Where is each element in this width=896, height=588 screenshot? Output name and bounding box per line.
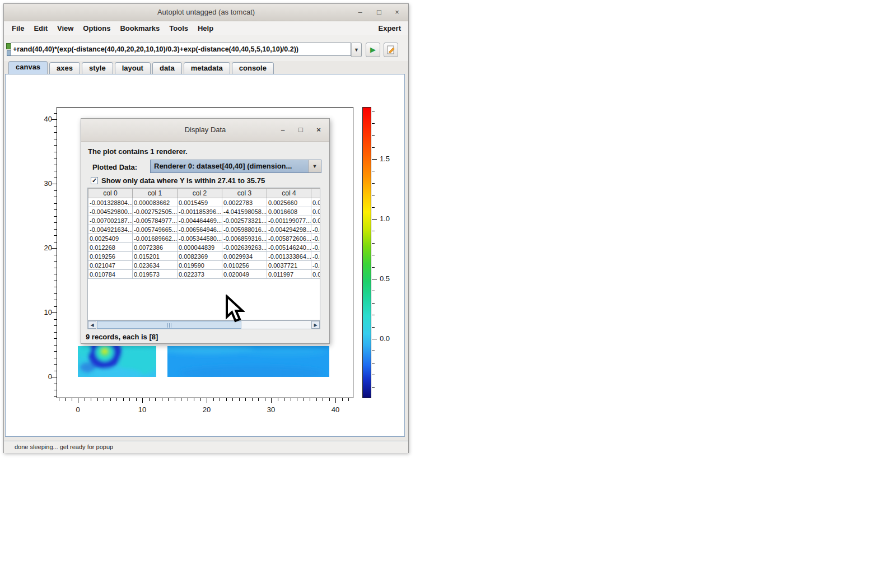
table-cell: -0.0 (311, 261, 321, 270)
data-table: col 0col 1col 2col 3col 4 -0.001328804..… (88, 188, 320, 279)
window-titlebar[interactable]: Autoplot untagged (as tomcat) – □ × (4, 4, 408, 21)
colorbar-tick (372, 207, 375, 208)
window-maximize-icon[interactable]: □ (372, 4, 386, 21)
y-axis-tick (54, 325, 57, 326)
x-axis-tick (323, 398, 323, 401)
table-cell: 0.00 (311, 216, 321, 225)
menu-item-options[interactable]: Options (83, 24, 110, 32)
y-axis-tick (54, 384, 57, 384)
dialog-close-icon[interactable]: × (312, 119, 325, 141)
table-row[interactable]: 0.0025409-0.001689662...-0.005344580...-… (88, 234, 321, 243)
table-cell: -0.001199077... (267, 216, 311, 225)
table-cell: -0.0 (311, 243, 321, 252)
dialog-minimize-icon[interactable]: – (277, 119, 289, 141)
scrollbar-thumb[interactable] (97, 321, 241, 329)
table-row[interactable]: 0.0192560.0152010.00823690.0029934-0.001… (88, 252, 321, 261)
table-cell: 0.0025409 (88, 234, 133, 243)
y-axis-tick (54, 139, 57, 139)
x-axis-label: 10 (133, 405, 151, 414)
x-axis-tick (78, 398, 78, 403)
scroll-left-icon[interactable]: ◀ (88, 321, 96, 329)
x-axis-tick (194, 398, 194, 401)
x-axis-tick (72, 398, 72, 401)
menu-item-bookmarks[interactable]: Bookmarks (120, 24, 160, 32)
colorbar (362, 107, 371, 398)
menu-bar: FileEditViewOptionsBookmarksToolsHelp Ex… (4, 21, 408, 36)
table-cell: 0.0082369 (178, 252, 222, 261)
menu-item-help[interactable]: Help (198, 24, 213, 32)
inspect-uri-button[interactable] (384, 43, 398, 57)
x-axis-tick (123, 398, 124, 401)
tab-style[interactable]: style (82, 62, 113, 74)
y-axis-tick (54, 165, 57, 165)
window-minimize-icon[interactable]: – (353, 4, 367, 21)
uri-input[interactable] (11, 43, 351, 56)
status-bar: done sleeping... get ready for popup (4, 441, 408, 453)
table-row[interactable]: 0.0122680.00723860.000044839-0.002639263… (88, 243, 321, 252)
uri-history-dropdown[interactable]: ▼ (351, 43, 362, 57)
table-row[interactable]: -0.007002187...-0.005784977...-0.0044644… (88, 216, 321, 225)
dialog-titlebar[interactable]: Display Data – □ × (81, 119, 329, 142)
tab-console[interactable]: console (232, 62, 274, 74)
mouse-cursor-icon (225, 295, 245, 326)
scroll-right-icon[interactable]: ▶ (311, 321, 320, 329)
filter-checkbox[interactable]: ✓ (91, 177, 98, 184)
y-axis-tick (54, 190, 57, 191)
menu-item-file[interactable]: File (12, 24, 24, 32)
table-cell: -0.005344580... (178, 234, 222, 243)
menu-item-view[interactable]: View (57, 24, 73, 32)
table-cell: -0.005872606... (267, 234, 311, 243)
colorbar-tick (372, 255, 375, 255)
tab-canvas[interactable]: canvas (8, 61, 48, 74)
tab-axes[interactable]: axes (49, 62, 80, 74)
table-row[interactable]: -0.001328804...0.0000836620.00154590.002… (88, 198, 321, 207)
table-cell: -0.005784977... (133, 216, 178, 225)
colorbar-tick (372, 147, 375, 148)
menu-expert-toggle[interactable]: Expert (379, 21, 401, 35)
table-row[interactable]: 0.0107840.0195730.0223730.0200490.011997… (88, 270, 321, 279)
plot-go-button[interactable]: ▶ (366, 43, 380, 57)
y-axis-tick (54, 152, 57, 152)
x-axis-tick (232, 398, 233, 401)
table-col-header (311, 189, 321, 198)
dialog-maximize-icon[interactable]: □ (295, 119, 307, 141)
colorbar-tick (372, 159, 377, 160)
table-cell: 0.019590 (178, 261, 222, 270)
scrollbar-grip-icon (167, 323, 171, 328)
table-cell: -0.005749665... (133, 225, 178, 234)
table-row[interactable]: 0.0210470.0236340.0195900.0102560.003772… (88, 261, 321, 270)
x-axis-label: 0 (69, 405, 87, 414)
table-col-header: col 3 (222, 189, 267, 198)
combo-chevron-down-icon[interactable]: ▼ (308, 160, 321, 172)
x-axis-tick (85, 398, 85, 401)
table-cell: -0.004464469... (178, 216, 222, 225)
colorbar-tick (372, 219, 377, 220)
menu-item-tools[interactable]: Tools (169, 24, 188, 32)
horizontal-scrollbar[interactable]: ◀ ▶ (87, 320, 320, 329)
table-cell: 0.00 (311, 207, 321, 216)
x-axis-tick (297, 398, 297, 401)
window-close-icon[interactable]: × (390, 4, 404, 21)
table-row[interactable]: -0.004921634...-0.005749665...-0.0065649… (88, 225, 321, 234)
x-axis-tick (329, 398, 330, 401)
colorbar-tick (372, 303, 375, 304)
y-axis-tick (54, 132, 57, 133)
y-axis-tick (52, 377, 57, 377)
table-cell: 0.0029934 (222, 252, 267, 261)
table-row[interactable]: -0.004529800...-0.002752505...-0.0011853… (88, 207, 321, 216)
x-axis-tick (226, 398, 227, 401)
colorbar-tick (372, 267, 375, 268)
table-cell: -4.041598058... (222, 207, 267, 216)
plotted-data-combobox[interactable]: Renderer 0: dataset[40,40] (dimension...… (150, 160, 321, 173)
x-axis-tick (149, 398, 150, 401)
y-axis-tick (54, 306, 57, 307)
plotted-data-value: Renderer 0: dataset[40,40] (dimension... (154, 160, 307, 172)
data-table-container[interactable]: col 0col 1col 2col 3col 4 -0.001328804..… (87, 188, 320, 320)
table-cell: -0.004921634... (88, 225, 133, 234)
x-axis-label: 20 (198, 405, 216, 414)
tab-layout[interactable]: layout (115, 62, 151, 74)
y-axis-tick (52, 312, 57, 313)
menu-item-edit[interactable]: Edit (34, 24, 48, 32)
tab-metadata[interactable]: metadata (184, 62, 230, 74)
tab-data[interactable]: data (152, 62, 182, 74)
